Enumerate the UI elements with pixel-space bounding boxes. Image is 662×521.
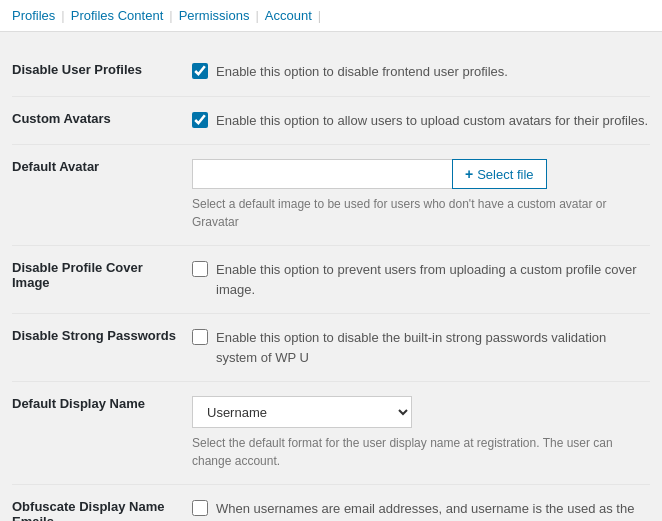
value-disable-user-profiles: Enable this option to disable frontend u… [192,48,650,96]
value-custom-avatars: Enable this option to allow users to upl… [192,96,650,145]
checkbox-obfuscate-display-name-emails[interactable] [192,500,208,516]
settings-table: Disable User Profiles Enable this option… [12,48,650,521]
table-row: Obfuscate Display Name Emails When usern… [12,485,650,522]
label-disable-user-profiles: Disable User Profiles [12,48,192,96]
checkbox-disable-strong-passwords[interactable] [192,329,208,345]
table-row: Default Display Name Username First Name… [12,382,650,485]
value-disable-strong-passwords: Enable this option to disable the built-… [192,314,650,382]
desc-obfuscate-display-name-emails: When usernames are email addresses, and … [216,499,650,521]
nav-bar: Profiles | Profiles Content | Permission… [0,0,662,32]
select-file-label: Select file [477,167,533,182]
table-row: Default Avatar + Select file Select a de… [12,145,650,246]
label-obfuscate-display-name-emails: Obfuscate Display Name Emails [12,485,192,522]
checkbox-custom-avatars[interactable] [192,112,208,128]
nav-link-profiles-content[interactable]: Profiles Content [71,8,164,23]
value-obfuscate-display-name-emails: When usernames are email addresses, and … [192,485,650,522]
nav-separator-3: | [255,8,258,23]
label-disable-profile-cover: Disable Profile Cover Image [12,246,192,314]
nav-link-profiles[interactable]: Profiles [12,8,55,23]
default-display-name-helper: Select the default format for the user d… [192,434,650,470]
label-default-avatar: Default Avatar [12,145,192,246]
value-default-display-name: Username First Name Last Name First + La… [192,382,650,485]
desc-disable-user-profiles: Enable this option to disable frontend u… [216,62,508,82]
select-file-button[interactable]: + Select file [452,159,547,189]
value-default-avatar: + Select file Select a default image to … [192,145,650,246]
plus-icon: + [465,166,473,182]
nav-link-permissions[interactable]: Permissions [179,8,250,23]
table-row: Disable Strong Passwords Enable this opt… [12,314,650,382]
page-wrapper: Profiles | Profiles Content | Permission… [0,0,662,521]
nav-separator-2: | [169,8,172,23]
table-row: Custom Avatars Enable this option to all… [12,96,650,145]
table-row: Disable Profile Cover Image Enable this … [12,246,650,314]
label-custom-avatars: Custom Avatars [12,96,192,145]
default-avatar-file-input[interactable] [192,159,452,189]
content-area: Disable User Profiles Enable this option… [0,32,662,521]
default-display-name-select[interactable]: Username First Name Last Name First + La… [192,396,412,428]
table-row: Disable User Profiles Enable this option… [12,48,650,96]
nav-separator-1: | [61,8,64,23]
checkbox-disable-profile-cover[interactable] [192,261,208,277]
nav-link-account[interactable]: Account [265,8,312,23]
label-disable-strong-passwords: Disable Strong Passwords [12,314,192,382]
desc-disable-strong-passwords: Enable this option to disable the built-… [216,328,650,367]
nav-separator-4: | [318,8,321,23]
checkbox-disable-user-profiles[interactable] [192,63,208,79]
desc-custom-avatars: Enable this option to allow users to upl… [216,111,648,131]
default-avatar-helper: Select a default image to be used for us… [192,195,650,231]
value-disable-profile-cover: Enable this option to prevent users from… [192,246,650,314]
label-default-display-name: Default Display Name [12,382,192,485]
desc-disable-profile-cover: Enable this option to prevent users from… [216,260,650,299]
